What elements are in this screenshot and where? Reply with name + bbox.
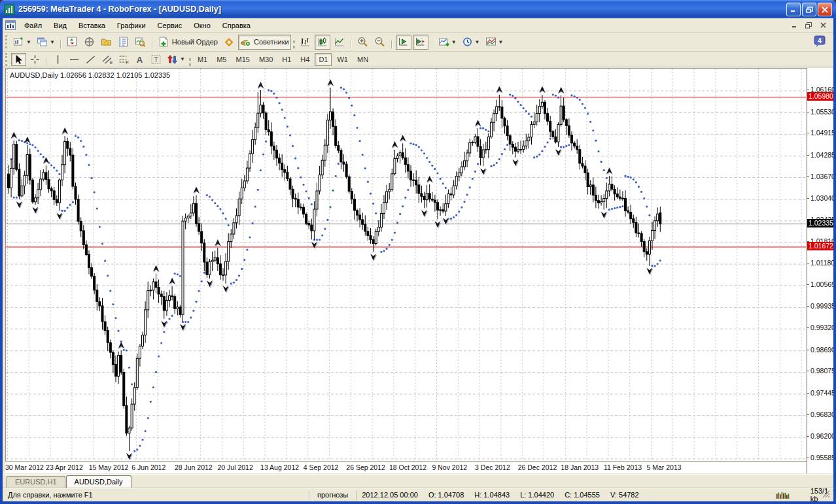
- chart-candles-button[interactable]: [315, 35, 330, 50]
- expert-advisors-label: Советники: [254, 38, 289, 46]
- chart-tab-eurusd-h1[interactable]: EURUSD,H1: [7, 476, 65, 488]
- toolbar-grip[interactable]: [293, 41, 295, 48]
- metaeditor-button[interactable]: [221, 35, 237, 50]
- fibonacci-button[interactable]: F: [116, 53, 131, 66]
- periods-menu-icon: [462, 37, 473, 47]
- text-label-button[interactable]: T: [148, 53, 164, 66]
- trendline-icon: [85, 54, 96, 65]
- period-d1-button[interactable]: D1: [315, 53, 332, 66]
- equidistant-channel-icon: E: [101, 54, 113, 65]
- minimize-button[interactable]: [786, 3, 801, 16]
- price-axis[interactable]: 1.061601.055301.049151.042851.036701.030…: [807, 68, 833, 473]
- navigator-icon: [101, 37, 112, 47]
- menu-справка[interactable]: Справка: [217, 20, 256, 31]
- mql4-community-button[interactable]: 4: [812, 34, 827, 49]
- svg-text:F: F: [126, 60, 129, 65]
- chart-tab-audusd-daily[interactable]: AUDUSD,Daily: [66, 475, 131, 488]
- periods-menu-button[interactable]: ▼: [460, 35, 482, 50]
- period-m1-button[interactable]: M1: [194, 53, 211, 66]
- date-tick: 26 Sep 2012: [346, 463, 385, 471]
- status-cell-2: H: 1.04843: [469, 491, 515, 499]
- templates-menu-button[interactable]: ▼: [483, 35, 506, 50]
- templates-menu-icon: [485, 37, 496, 47]
- restore-icon: [806, 7, 813, 13]
- equidistant-channel-button[interactable]: E: [99, 53, 114, 66]
- cursor-button[interactable]: [11, 53, 26, 66]
- toolbar-grip2[interactable]: [5, 53, 9, 66]
- arrows-tool-dropdown-icon[interactable]: ▼: [180, 56, 185, 62]
- date-tick: 4 Sep 2012: [304, 463, 339, 471]
- bid-price-tag: 1.02335: [807, 219, 834, 227]
- menu-сервис[interactable]: Сервис: [152, 20, 188, 31]
- indicators-list-button[interactable]: ▼: [436, 35, 459, 50]
- toolbar-grip[interactable]: [5, 35, 9, 48]
- templates-menu-dropdown-icon[interactable]: ▼: [498, 39, 504, 45]
- periods-toolbar: M1M5M15M30H1H4D1W1MN: [193, 53, 373, 66]
- metatrader-window: 256959: MetaTrader 4 - RoboForex - [AUDU…: [0, 0, 836, 504]
- auto-scroll-button[interactable]: [396, 35, 411, 50]
- date-tick: 11 Feb 2013: [604, 463, 642, 471]
- menu-графики[interactable]: Графики: [111, 20, 152, 31]
- menu-вид[interactable]: Вид: [48, 20, 73, 31]
- svg-text:A: A: [137, 54, 143, 64]
- time-axis[interactable]: 30 Mar 201223 Apr 201215 May 20126 Jun 2…: [5, 462, 807, 473]
- periods-menu-dropdown-icon[interactable]: ▼: [475, 39, 480, 45]
- text-icon: A: [134, 54, 145, 65]
- strategy-tester-button[interactable]: [133, 35, 148, 50]
- level-price-tag: 1.01672: [807, 242, 834, 250]
- restore-button[interactable]: [802, 3, 816, 16]
- chart-bars-button[interactable]: [298, 35, 313, 50]
- trendline-button[interactable]: [83, 53, 98, 66]
- mdi-restore-button[interactable]: [803, 21, 814, 30]
- period-w1-button[interactable]: W1: [333, 53, 352, 66]
- date-tick: 13 Aug 2012: [260, 463, 299, 471]
- terminal-button[interactable]: [116, 35, 131, 50]
- indicators-list-dropdown-icon[interactable]: ▼: [451, 39, 457, 45]
- chart-shift-button[interactable]: [413, 35, 428, 50]
- mdi-minimize-button[interactable]: [789, 21, 799, 30]
- crosshair-button[interactable]: [27, 53, 43, 66]
- chart-window-icon[interactable]: [5, 20, 16, 30]
- mql4-icon: 4: [814, 35, 826, 48]
- arrows-tool-button[interactable]: ▼: [165, 53, 187, 66]
- horizontal-line-icon: [69, 54, 80, 65]
- app-icon: [4, 4, 15, 15]
- new-chart-button[interactable]: ▼: [11, 35, 33, 50]
- profiles-button[interactable]: ▼: [35, 35, 57, 50]
- chart-plot-wrap: AUDUSD,Daily 1.02656 1.02832 1.02105 1.0…: [5, 68, 807, 462]
- toolbar-grip[interactable]: [189, 58, 191, 66]
- resize-grip[interactable]: [822, 490, 830, 498]
- period-m30-button[interactable]: M30: [255, 53, 277, 66]
- cursor-icon: [13, 54, 24, 65]
- data-window-button[interactable]: [82, 35, 97, 50]
- svg-text:E: E: [110, 59, 113, 64]
- date-tick: 5 Mar 2013: [647, 463, 682, 471]
- zoom-in-button[interactable]: [355, 35, 371, 50]
- period-m15-button[interactable]: M15: [232, 53, 253, 66]
- zoom-out-button[interactable]: [372, 35, 388, 50]
- horizontal-line-button[interactable]: [67, 53, 82, 66]
- chart-info-line: AUDUSD,Daily 1.02656 1.02832 1.02105 1.0…: [10, 71, 170, 79]
- vertical-line-button[interactable]: [50, 53, 65, 66]
- menu-окно[interactable]: Окно: [188, 20, 217, 31]
- zoom-in-icon: [357, 37, 368, 47]
- period-h4-button[interactable]: H4: [296, 53, 313, 66]
- profiles-dropdown-icon[interactable]: ▼: [50, 39, 55, 45]
- close-button[interactable]: [818, 3, 832, 16]
- expert-advisors-button[interactable]: Советники: [238, 35, 291, 50]
- menu-файл[interactable]: Файл: [18, 20, 48, 31]
- navigator-button[interactable]: [99, 35, 114, 50]
- window-title: 256959: MetaTrader 4 - RoboForex - [AUDU…: [18, 5, 221, 14]
- period-m5-button[interactable]: M5: [213, 53, 230, 66]
- chart-plot[interactable]: AUDUSD,Daily 1.02656 1.02832 1.02105 1.0…: [6, 69, 806, 461]
- market-watch-button[interactable]: [65, 35, 80, 50]
- period-mn-button[interactable]: MN: [353, 53, 372, 66]
- new-chart-dropdown-icon[interactable]: ▼: [26, 39, 31, 45]
- period-h1-button[interactable]: H1: [278, 53, 295, 66]
- text-button[interactable]: A: [132, 53, 147, 66]
- mdi-close-button[interactable]: [818, 21, 828, 30]
- new-order-button[interactable]: Новый Ордер: [156, 35, 220, 50]
- chart-line-button[interactable]: [332, 35, 347, 50]
- menu-bar: ФайлВидВставкаГрафикиСервисОкноСправка: [3, 18, 833, 33]
- menu-вставка[interactable]: Вставка: [73, 20, 111, 31]
